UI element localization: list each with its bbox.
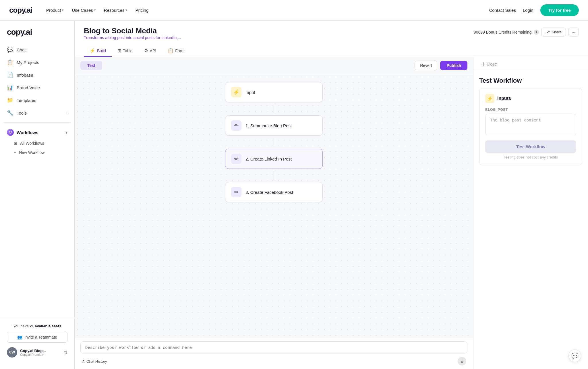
login-link[interactable]: Login: [523, 8, 533, 13]
test-panel: →| Close Test Workflow ⚡ Inputs BLOG_POS…: [473, 57, 588, 369]
tab-api[interactable]: ⚙ API: [138, 45, 162, 57]
form-tab-icon: 📋: [168, 48, 173, 53]
node-linkedin-icon: ✏: [231, 154, 241, 164]
brand-voice-icon: 📊: [7, 84, 13, 91]
sidebar-label-tools: Tools: [17, 111, 27, 115]
sidebar-nav: 💬 Chat 📋 My Projects 📄 Infobase 📊 Brand …: [0, 44, 74, 119]
chat-send-button[interactable]: ▲: [458, 357, 466, 366]
infobase-icon: 📄: [7, 72, 13, 78]
sidebar-bottom: You have 21 available seats 👥 Invite a T…: [0, 319, 74, 362]
share-icon: ⎇: [546, 30, 550, 34]
node-connector: [274, 171, 274, 180]
sidebar-item-projects[interactable]: 📋 My Projects: [3, 56, 71, 68]
workflow-credits: 90699 Bonus Credits Remaining ℹ ⎇ Share …: [474, 28, 579, 36]
projects-icon: 📋: [7, 59, 13, 65]
account-chevron-icon: ⇅: [64, 350, 67, 355]
sidebar-logo: copy.ai: [0, 28, 74, 44]
invite-teammate-button[interactable]: 👥 Invite a Teammate: [7, 332, 67, 343]
sidebar-label-brand: Brand Voice: [17, 85, 40, 90]
revert-button[interactable]: Revert: [415, 61, 437, 70]
account-plan: Copy.ai Premium: [20, 353, 61, 356]
sidebar-label-new-workflow: New Workflow: [19, 150, 45, 155]
node-connector: [274, 138, 274, 146]
chat-widget-button[interactable]: 💬: [568, 349, 581, 362]
nav-product[interactable]: Product ▾: [46, 8, 64, 13]
blog-post-label: BLOG_POST: [485, 108, 576, 112]
api-tab-icon: ⚙: [144, 48, 148, 53]
sidebar-all-workflows[interactable]: ⊞ All Workflows: [0, 139, 74, 148]
canvas-area: Test Revert Publish ⚡ Input ✏: [75, 57, 473, 369]
blog-post-input[interactable]: The blo<span class="cursor-dot"></span>g…: [485, 114, 576, 135]
send-icon: ▲: [460, 359, 464, 364]
inputs-title: Inputs: [497, 96, 511, 101]
all-workflows-icon: ⊞: [14, 141, 17, 146]
topnav-right: Contact Sales Login Try for free: [489, 4, 579, 16]
nav-use-cases[interactable]: Use Cases ▾: [72, 8, 96, 13]
close-arrow-icon: →|: [479, 62, 484, 66]
tab-table[interactable]: ⊞ Table: [112, 45, 138, 57]
test-inputs-card: ⚡ Inputs BLOG_POST The blo<span class="c…: [479, 88, 582, 165]
sidebar-item-brand-voice[interactable]: 📊 Brand Voice: [3, 82, 71, 94]
test-button[interactable]: Test: [80, 61, 102, 70]
history-icon: ↺: [82, 359, 85, 364]
node-facebook-icon: ✏: [231, 187, 241, 197]
share-button[interactable]: ⎇ Share: [541, 28, 566, 36]
canvas-toolbar: Test Revert Publish: [75, 57, 473, 74]
sidebar-item-infobase[interactable]: 📄 Infobase: [3, 69, 71, 81]
tools-chevron-icon: ›: [66, 111, 67, 115]
account-row[interactable]: CW Copy.ai Blog... Copy.ai Premium ⇅: [7, 347, 67, 358]
sidebar-new-workflow[interactable]: + New Workflow: [0, 148, 74, 157]
sidebar-label-workflows: Workflows: [17, 130, 38, 135]
templates-icon: 📁: [7, 97, 13, 103]
account-name: Copy.ai Blog...: [20, 349, 61, 353]
workflow-tabs: ⚡ Build ⊞ Table ⚙ API 📋 Form: [84, 45, 579, 57]
chat-input-area: ↺ Chat History ▲: [75, 338, 473, 369]
node-summarize[interactable]: ✏ 1. Summarize Blog Post: [225, 115, 323, 136]
nav-resources[interactable]: Resources ▾: [104, 8, 127, 13]
sidebar-item-templates[interactable]: 📁 Templates: [3, 94, 71, 106]
close-panel-button[interactable]: →| Close: [473, 57, 588, 71]
tab-form[interactable]: 📋 Form: [162, 45, 190, 57]
workflows-icon: ⬡: [7, 129, 14, 136]
chat-icon: 💬: [7, 47, 13, 53]
new-workflow-icon: +: [14, 150, 16, 155]
workflow-body: Test Revert Publish ⚡ Input ✏: [75, 57, 588, 369]
sidebar-label-templates: Templates: [17, 98, 36, 103]
node-input-icon: ⚡: [231, 87, 241, 97]
canvas-toolbar-right: Revert Publish: [415, 61, 467, 70]
more-options-button[interactable]: ···: [568, 28, 579, 36]
test-panel-title: Test Workflow: [473, 71, 588, 88]
workflow-title: Blog to Social Media Transforms a blog p…: [84, 26, 181, 44]
node-linkedin[interactable]: ✏ 2. Create Linked In Post: [225, 149, 323, 169]
chat-history-row: ↺ Chat History ▲: [80, 357, 467, 366]
sidebar-item-tools[interactable]: 🔧 Tools ›: [3, 107, 71, 119]
node-facebook[interactable]: ✏ 3. Create Facebook Post: [225, 182, 323, 202]
nav-pricing[interactable]: Pricing: [135, 8, 148, 13]
test-workflow-button[interactable]: Test Workflow: [485, 140, 576, 153]
chevron-down-icon: ▾: [62, 8, 64, 12]
workflows-chevron-icon: ▾: [65, 130, 67, 135]
top-navigation: copy.ai Product ▾ Use Cases ▾ Resources …: [0, 0, 588, 21]
sidebar-divider: [3, 122, 71, 123]
node-connector: [274, 105, 274, 113]
contact-sales-link[interactable]: Contact Sales: [489, 8, 516, 13]
workflow-header: Blog to Social Media Transforms a blog p…: [75, 21, 588, 57]
inputs-header: ⚡ Inputs: [485, 94, 576, 103]
content-area: Blog to Social Media Transforms a blog p…: [75, 21, 588, 369]
sidebar-item-chat[interactable]: 💬 Chat: [3, 44, 71, 56]
sidebar-label-all-workflows: All Workflows: [20, 141, 44, 146]
node-input[interactable]: ⚡ Input: [225, 82, 323, 102]
account-avatar: CW: [7, 347, 17, 358]
table-tab-icon: ⊞: [117, 48, 121, 53]
inputs-icon: ⚡: [485, 94, 494, 103]
sidebar-workflows[interactable]: ⬡ Workflows ▾: [0, 126, 74, 139]
try-free-button[interactable]: Try for free: [540, 4, 579, 16]
tab-build[interactable]: ⚡ Build: [84, 45, 112, 57]
publish-button[interactable]: Publish: [440, 61, 467, 70]
chevron-down-icon: ▾: [125, 8, 127, 12]
topnav-links: Product ▾ Use Cases ▾ Resources ▾ Pricin…: [46, 8, 489, 13]
node-summarize-icon: ✏: [231, 120, 241, 131]
chat-input[interactable]: [80, 341, 467, 353]
workflow-title-row: Blog to Social Media Transforms a blog p…: [84, 26, 579, 44]
chat-history-button[interactable]: ↺ Chat History: [82, 359, 107, 364]
